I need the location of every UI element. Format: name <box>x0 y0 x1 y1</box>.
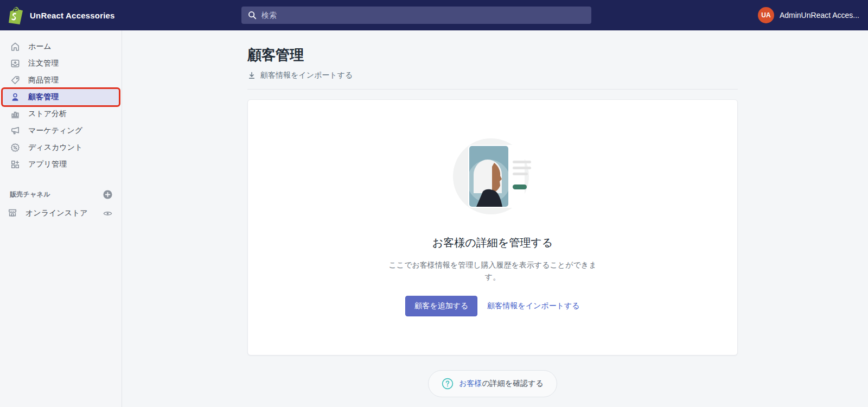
empty-state-heading: お客様の詳細を管理する <box>432 236 553 250</box>
page-title: 顧客管理 <box>247 46 738 63</box>
analytics-icon <box>10 109 21 119</box>
home-icon <box>10 41 21 52</box>
apps-icon <box>10 159 21 170</box>
sales-channels-title: 販売チャネル <box>10 190 50 199</box>
help-link[interactable]: お客様の詳細を確認する <box>428 370 557 397</box>
avatar: UA <box>758 7 774 23</box>
sidebar-item-customers[interactable]: 顧客管理 <box>3 89 119 105</box>
sidebar-item-discounts[interactable]: ディスカウント <box>3 139 119 156</box>
sidebar-item-label: 注文管理 <box>28 59 59 68</box>
store-brand[interactable]: UnReact Accessories <box>0 6 115 24</box>
store-name: UnReact Accessories <box>30 11 115 20</box>
sidebar-item-analytics[interactable]: ストア分析 <box>3 106 119 122</box>
import-customers-link[interactable]: 顧客情報をインポートする <box>247 71 353 80</box>
sidebar-item-label: アプリ管理 <box>28 160 67 169</box>
empty-state-actions: 顧客を追加する 顧客情報をインポートする <box>405 296 579 316</box>
sidebar-item-label: オンラインストア <box>25 208 95 218</box>
sidebar-item-online-store[interactable]: オンラインストア <box>0 205 122 221</box>
global-search <box>241 7 591 24</box>
import-customers-secondary-link[interactable]: 顧客情報をインポートする <box>487 301 579 311</box>
eye-icon[interactable] <box>103 208 113 219</box>
sidebar-item-apps[interactable]: アプリ管理 <box>3 156 119 173</box>
help-link-label: お客様の詳細を確認する <box>459 379 544 389</box>
sidebar-item-label: 顧客管理 <box>28 92 59 102</box>
shopify-logo-icon <box>7 6 24 24</box>
search-input[interactable] <box>261 11 585 20</box>
search-icon <box>247 10 257 20</box>
sidebar-item-label: マーケティング <box>28 126 82 136</box>
question-icon <box>442 378 454 390</box>
orders-icon <box>10 58 21 69</box>
account-name: AdminUnReact Acces... <box>780 11 859 20</box>
section-divider <box>247 89 738 90</box>
help-link-highlight: お客様 <box>459 379 482 387</box>
sidebar-item-label: ディスカウント <box>28 143 82 152</box>
add-channel-icon[interactable] <box>103 189 113 200</box>
discounts-icon <box>10 142 21 153</box>
account-menu[interactable]: UA AdminUnReact Acces... <box>758 0 859 30</box>
empty-state-description: ここでお客様情報を管理し購入履歴を表示することができます。 <box>384 259 601 283</box>
add-customer-button[interactable]: 顧客を追加する <box>405 296 477 316</box>
customers-empty-state-card: お客様の詳細を管理する ここでお客様情報を管理し購入履歴を表示することができます… <box>247 99 738 355</box>
sidebar-item-home[interactable]: ホーム <box>3 39 119 55</box>
import-link-label: 顧客情報をインポートする <box>260 71 353 80</box>
sales-channels-header: 販売チャネル <box>0 188 122 201</box>
products-icon <box>10 75 21 86</box>
customer-illustration <box>452 137 533 218</box>
customers-icon <box>10 92 21 103</box>
topbar: UnReact Accessories UA AdminUnReact Acce… <box>0 0 868 30</box>
sidebar-item-label: ストア分析 <box>28 109 67 119</box>
marketing-icon <box>10 125 21 136</box>
download-icon <box>247 71 256 80</box>
sidebar-item-label: ホーム <box>28 42 52 52</box>
sidebar-item-orders[interactable]: 注文管理 <box>3 55 119 72</box>
storefront-icon <box>7 207 18 220</box>
sidebar-item-marketing[interactable]: マーケティング <box>3 123 119 139</box>
sidebar-item-label: 商品管理 <box>28 75 59 85</box>
main-area: 顧客管理 顧客情報をインポートする <box>122 30 868 407</box>
sidebar-item-products[interactable]: 商品管理 <box>3 72 119 88</box>
sidebar: ホーム 注文管理 商品管理 <box>0 30 122 407</box>
